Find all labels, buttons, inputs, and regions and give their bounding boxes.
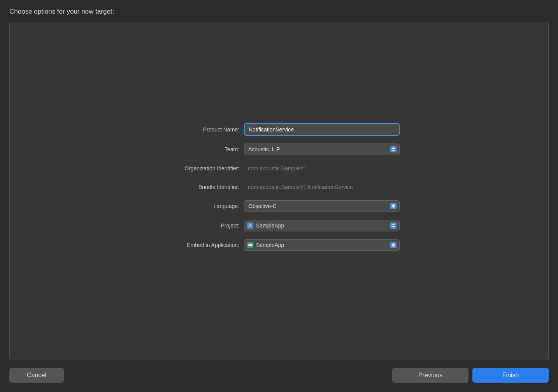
team-field: Acoustic, L.P.	[244, 144, 400, 155]
bottom-bar: Cancel Previous Finish	[9, 360, 549, 383]
product-name-input[interactable]	[244, 123, 400, 136]
product-name-field	[244, 123, 400, 136]
language-row: Language: Objective-C Swift	[158, 200, 400, 212]
bundle-identifier-field: com.acoustic.SampleV1.NotificationServic…	[244, 182, 400, 192]
main-panel: Product Name: Team: Acoustic, L.P.	[9, 22, 549, 360]
team-select[interactable]: Acoustic, L.P.	[244, 144, 400, 155]
bundle-identifier-row: Bundle Identifier: com.acoustic.SampleV1…	[158, 182, 400, 192]
bundle-identifier-label: Bundle Identifier:	[158, 184, 244, 190]
language-select-wrapper: Objective-C Swift	[244, 200, 400, 212]
embed-select-container: SampleApp	[244, 239, 400, 251]
form-container: Product Name: Team: Acoustic, L.P.	[158, 123, 400, 259]
page-title: Choose options for your new target:	[9, 8, 549, 16]
bundle-identifier-value: com.acoustic.SampleV1.NotificationServic…	[244, 182, 400, 192]
right-buttons: Previous Finish	[392, 368, 549, 383]
embed-label: Embed in Application:	[158, 242, 244, 248]
embed-select[interactable]: SampleApp	[244, 239, 400, 251]
language-select[interactable]: Objective-C Swift	[244, 200, 400, 212]
team-label: Team:	[158, 146, 244, 152]
language-field: Objective-C Swift	[244, 200, 400, 212]
org-identifier-row: Organization Identifier: com.acoustic.Sa…	[158, 163, 400, 174]
language-label: Language:	[158, 203, 244, 209]
team-row: Team: Acoustic, L.P.	[158, 144, 400, 155]
project-select[interactable]: SampleApp	[244, 220, 400, 231]
org-identifier-label: Organization Identifier:	[158, 165, 244, 172]
team-select-wrapper: Acoustic, L.P.	[244, 144, 400, 155]
embed-field: SampleApp	[244, 239, 400, 251]
project-row: Project: A SampleApp	[158, 220, 400, 231]
product-name-row: Product Name:	[158, 123, 400, 136]
product-name-label: Product Name:	[158, 126, 244, 133]
project-label: Project:	[158, 222, 244, 229]
finish-button[interactable]: Finish	[472, 368, 549, 383]
previous-button[interactable]: Previous	[392, 368, 469, 383]
cancel-button[interactable]: Cancel	[9, 368, 64, 383]
project-field: A SampleApp	[244, 220, 400, 231]
org-identifier-value: com.acoustic.SampleV1	[244, 163, 400, 174]
org-identifier-field: com.acoustic.SampleV1	[244, 163, 400, 174]
project-select-container: A SampleApp	[244, 220, 400, 231]
embed-row: Embed in Application: SampleApp	[158, 239, 400, 251]
